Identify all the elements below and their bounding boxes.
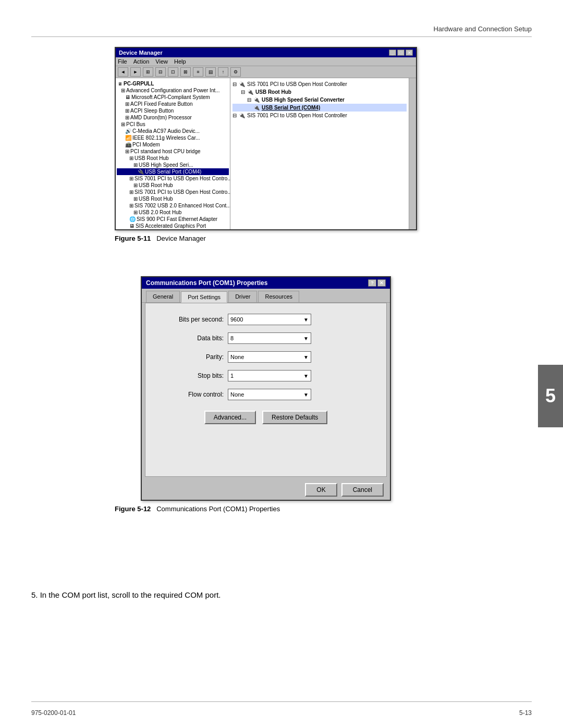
figure-11-caption: Figure 5-11 Device Manager [115,235,417,242]
device-manager-title: Device Manager [119,50,163,56]
close-btn[interactable]: ✕ [406,50,413,56]
toolbar-btn7[interactable]: ↑ [218,67,228,77]
row-bits-per-second: Bits per second: 9600 ▼ [161,314,371,325]
tree-item-18[interactable]: ⊞USB 2.0 Root Hub [117,209,229,216]
arrow-data-bits: ▼ [303,336,309,341]
tree-item-3[interactable]: ⊞ACPI Fixed Feature Button [117,101,229,107]
device-manager-toolbar: ◄ ► ⊞ ⊟ ⊡ ⊠ ≡ ▤ ↑ ⚙ [116,66,416,78]
menu-view[interactable]: View [155,58,168,65]
toolbar-btn8[interactable]: ⚙ [230,67,241,77]
tree-item-8[interactable]: 📶IEEE 802.11g Wireless Car... [117,134,229,141]
com-help-btn[interactable]: ? [368,279,376,287]
figure-11-container: Device Manager _ □ ✕ File Action View He… [31,47,500,242]
label-stop-bits: Stop bits: [161,372,224,379]
tree-item-selected[interactable]: 🔌USB Serial Port (COM4) [117,168,229,175]
page: Hardware and Connection Setup 5 Device M… [0,0,563,728]
advanced-button[interactable]: Advanced... [204,411,256,424]
minimize-btn[interactable]: _ [389,50,396,56]
footer-right: 5-13 [519,709,532,717]
tree-item-14[interactable]: ⊞USB Root Hub [117,182,229,189]
arrow-bits-per-second: ▼ [303,317,309,323]
arrow-flow-control: ▼ [303,392,309,398]
device-manager-titlebar: Device Manager _ □ ✕ [116,48,416,57]
label-flow-control: Flow control: [161,391,224,398]
tree-item-9[interactable]: 📠PCI Modem [117,141,229,148]
ok-button[interactable]: OK [305,483,337,497]
maximize-btn[interactable]: □ [397,50,405,56]
figure-12-caption: Figure 5-12 Communications Port (COM1) P… [115,505,417,513]
tree-item-1[interactable]: ⊞Advanced Configuration and Power Int... [117,87,229,94]
toolbar-btn2[interactable]: ⊟ [155,67,166,77]
tree-item-19[interactable]: 🌐SIS 900 PCI Fast Ethernet Adapter [117,216,229,223]
tree-item-2[interactable]: 🖥Microsoft ACPI-Compliant System [117,94,229,101]
tab-driver[interactable]: Driver [228,291,257,302]
label-parity: Parity: [161,353,224,361]
step-5-text: 5. In the COM port list, scroll to the r… [31,589,500,601]
value-stop-bits: 1 [230,373,234,379]
tree-item-15[interactable]: ⊞SIS 7001 PCI to USB Open Host Contro... [117,189,229,195]
footer-left: 975-0200-01-01 [31,709,76,717]
tree-item-7[interactable]: 🔊C-Media AC97 Audio Devic... [117,128,229,134]
right-item-selected[interactable]: 🔌 USB Serial Port (COM4) [232,104,407,112]
toolbar-back[interactable]: ◄ [118,67,128,77]
tree-item-13[interactable]: ⊞SIS 7001 PCI to USB Open Host Contro... [117,175,229,182]
tab-resources[interactable]: Resources [258,291,299,302]
tree-item-12[interactable]: ⊞USB High Speed Seri... [117,162,229,168]
header-divider [31,36,532,37]
spacer [161,424,371,466]
cancel-button[interactable]: Cancel [341,483,384,497]
right-item-1[interactable]: ⊟ 🔌 SIS 7001 PCI to USB Open Host Contro… [232,80,407,88]
header-title: Hardware and Connection Setup [433,25,532,33]
toolbar-btn1[interactable]: ⊞ [143,67,153,77]
tree-item-17[interactable]: ⊞SIS 7002 USB 2.0 Enhanced Host Cont... [117,202,229,209]
figure-12-caption-text: Communications Port (COM1) Properties [156,505,280,513]
tree-item-4[interactable]: ⊞ACPI Sleep Button [117,107,229,114]
tree-item-5[interactable]: ⊞AMD Duron(tm) Processor [117,114,229,121]
tree-item-11[interactable]: ⊞USB Root Hub [117,155,229,162]
tree-root[interactable]: 🖥 PC-GRPULL [117,80,229,87]
label-bits-per-second: Bits per second: [161,316,224,323]
step-5-content: In the COM port list, scroll to the requ… [40,590,221,599]
toolbar-btn3[interactable]: ⊡ [168,67,178,77]
tree-item-20[interactable]: 🖥SIS Accelerated Graphics Port [117,223,229,229]
tree-item-10[interactable]: ⊞PCI standard host CPU bridge [117,148,229,155]
bottom-divider [31,701,532,702]
arrow-parity: ▼ [303,354,309,360]
com-ok-cancel-row: OK Cancel [142,480,390,500]
tree-item-6[interactable]: ⊞PCI Bus [117,121,229,128]
arrow-stop-bits: ▼ [303,373,309,379]
value-data-bits: 8 [230,335,234,341]
menu-action[interactable]: Action [133,58,150,65]
com-body: Bits per second: 9600 ▼ Data bits: 8 ▼ [145,303,387,477]
device-manager-window: Device Manager _ □ ✕ File Action View He… [115,47,417,230]
tab-general[interactable]: General [146,291,180,302]
toolbar-btn5[interactable]: ≡ [193,67,203,77]
dropdown-flow-control[interactable]: None ▼ [228,389,311,400]
row-parity: Parity: None ▼ [161,351,371,363]
menu-help[interactable]: Help [174,58,186,65]
dropdown-bits-per-second[interactable]: 9600 ▼ [228,314,311,325]
com-dialog-title: Communications Port (COM1) Properties [146,279,267,287]
toolbar-btn6[interactable]: ▤ [205,67,216,77]
dropdown-data-bits[interactable]: 8 ▼ [228,332,311,344]
restore-defaults-button[interactable]: Restore Defaults [262,411,327,424]
figure-12-container: Communications Port (COM1) Properties ? … [31,276,500,513]
toolbar-forward[interactable]: ► [130,67,141,77]
value-flow-control: None [230,391,244,398]
dropdown-stop-bits[interactable]: 1 ▼ [228,370,311,381]
com-close-btn[interactable]: ✕ [377,279,386,287]
tab-port-settings[interactable]: Port Settings [181,291,227,303]
label-data-bits: Data bits: [161,335,224,342]
com-title-icons: ? ✕ [368,279,386,287]
right-item-2[interactable]: ⊟ 🔌 USB Root Hub [232,88,407,96]
right-item-3[interactable]: ⊟ 🔌 USB High Speed Serial Converter [232,96,407,104]
menu-file[interactable]: File [118,58,127,65]
scrollbar[interactable] [409,78,416,229]
toolbar-btn4[interactable]: ⊠ [180,67,191,77]
device-tree-panel: 🖥 PC-GRPULL ⊞Advanced Configuration and … [116,78,230,229]
tree-item-16[interactable]: ⊞USB Root Hub [117,195,229,202]
figure-12-caption-prefix: Figure 5-12 [115,505,151,513]
chapter-tab: 5 [538,365,563,427]
dropdown-parity[interactable]: None ▼ [228,351,311,363]
right-item-4[interactable]: ⊟ 🔌 SIS 7001 PCI to USB Open Host Contro… [232,112,407,119]
